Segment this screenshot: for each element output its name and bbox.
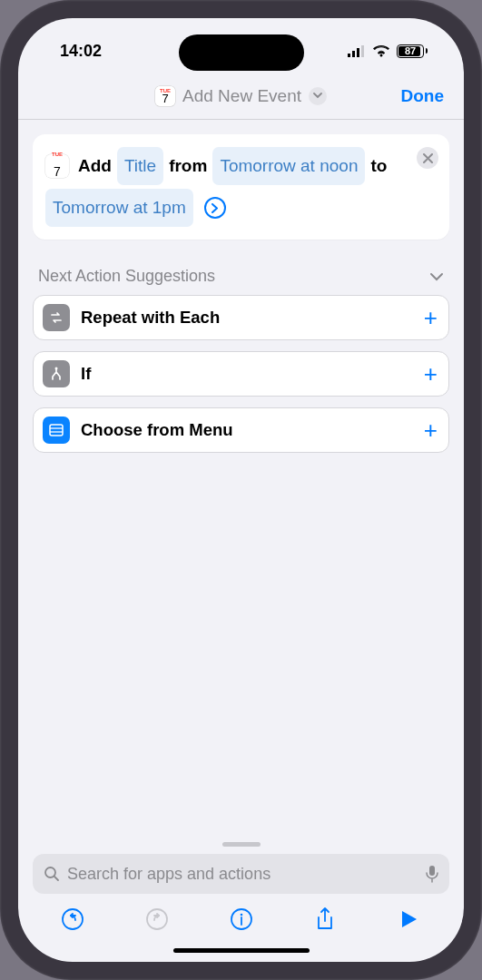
done-button[interactable]: Done — [401, 86, 445, 106]
svg-point-8 — [45, 867, 55, 877]
wifi-icon — [372, 44, 390, 57]
suggestion-label: If — [81, 364, 413, 384]
repeat-icon — [43, 304, 70, 331]
bottom-sheet — [18, 837, 464, 962]
share-button[interactable] — [309, 903, 341, 936]
close-icon — [423, 153, 433, 163]
phone-frame: 14:02 87 TUE 7 Add New — [0, 0, 482, 980]
sheet-grabber[interactable] — [222, 842, 261, 847]
show-more-button[interactable] — [204, 197, 226, 219]
svg-line-9 — [54, 877, 58, 880]
info-icon — [230, 907, 253, 931]
suggestion-repeat-with-each[interactable]: Repeat with Each + — [33, 295, 449, 340]
action-card-add-event[interactable]: TUE 7 Add Title from Tomorrow at noon to… — [33, 134, 449, 240]
play-icon — [400, 909, 418, 929]
chevron-right-icon — [211, 203, 219, 213]
content-area: TUE 7 Add Title from Tomorrow at noon to… — [18, 120, 464, 837]
status-right: 87 — [348, 44, 428, 58]
undo-icon — [61, 907, 84, 931]
delete-action-button[interactable] — [417, 147, 438, 169]
action-word-from: from — [169, 149, 207, 183]
action-summary: TUE 7 Add Title from Tomorrow at noon to… — [45, 147, 437, 227]
chevron-down-icon — [429, 272, 444, 281]
suggestion-choose-from-menu[interactable]: Choose from Menu + — [33, 407, 449, 453]
svg-rect-3 — [361, 45, 364, 57]
search-input[interactable] — [67, 865, 418, 884]
svg-point-12 — [147, 909, 167, 929]
calendar-app-icon: TUE 7 — [155, 86, 175, 106]
suggestion-label: Choose from Menu — [81, 420, 413, 440]
end-date-parameter[interactable]: Tomorrow at 1pm — [45, 189, 193, 227]
chevron-down-icon — [309, 87, 327, 105]
add-suggestion-button[interactable]: + — [424, 416, 438, 445]
svg-rect-0 — [348, 54, 350, 57]
status-time: 14:02 — [60, 42, 102, 61]
add-suggestion-button[interactable]: + — [424, 360, 438, 388]
add-suggestion-button[interactable]: + — [424, 304, 438, 332]
info-button[interactable] — [225, 903, 258, 936]
redo-icon — [145, 907, 169, 931]
shortcut-title-button[interactable]: TUE 7 Add New Event — [155, 86, 327, 106]
dynamic-island — [179, 34, 304, 71]
title-parameter[interactable]: Title — [117, 147, 163, 185]
cellular-icon — [348, 45, 366, 57]
search-icon — [44, 866, 60, 882]
branch-icon — [43, 360, 70, 387]
svg-rect-2 — [357, 48, 359, 57]
svg-rect-1 — [352, 51, 355, 57]
svg-rect-5 — [50, 425, 63, 436]
svg-point-14 — [240, 914, 242, 916]
mic-icon[interactable] — [426, 865, 438, 883]
battery-icon: 87 — [397, 44, 428, 58]
svg-point-11 — [63, 909, 83, 929]
shortcut-title: Add New Event — [182, 86, 301, 106]
svg-point-4 — [55, 368, 58, 370]
suggestions-header[interactable]: Next Action Suggestions — [38, 267, 444, 286]
suggestions-title: Next Action Suggestions — [38, 267, 215, 286]
start-date-parameter[interactable]: Tomorrow at noon — [212, 147, 365, 185]
nav-bar: TUE 7 Add New Event Done — [18, 73, 464, 120]
action-word-to: to — [370, 149, 387, 183]
calendar-app-icon: TUE 7 — [45, 154, 69, 178]
svg-rect-10 — [429, 866, 435, 876]
suggestion-if[interactable]: If + — [33, 351, 449, 397]
home-indicator[interactable] — [173, 948, 310, 953]
run-button[interactable] — [393, 903, 426, 936]
redo-button — [141, 903, 173, 936]
search-bar[interactable] — [33, 854, 449, 894]
share-icon — [315, 906, 335, 932]
screen: 14:02 87 TUE 7 Add New — [18, 18, 464, 962]
menu-icon — [43, 416, 70, 444]
action-word-add: Add — [78, 149, 112, 183]
undo-button[interactable] — [56, 903, 89, 936]
toolbar — [33, 894, 449, 945]
suggestion-label: Repeat with Each — [81, 308, 413, 328]
